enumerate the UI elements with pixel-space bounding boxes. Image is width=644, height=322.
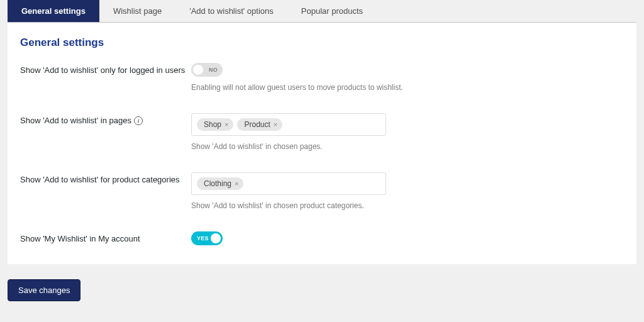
toggle-text: NO <box>209 67 218 73</box>
toggle-logged-in-only[interactable]: NO <box>191 63 223 77</box>
tab-add-to-wishlist-options[interactable]: 'Add to wishlist' options <box>175 0 287 22</box>
toggle-my-account[interactable]: YES <box>191 231 223 245</box>
tag-clothing: Clothing × <box>197 177 243 190</box>
tag-label: Shop <box>204 120 221 129</box>
help-categories: Show 'Add to wishlist' in chosen product… <box>191 201 405 210</box>
settings-panel: General settings Show 'Add to wishlist' … <box>8 23 636 264</box>
info-icon[interactable]: i <box>134 116 143 125</box>
tag-label: Product <box>244 120 270 129</box>
panel-title: General settings <box>20 36 624 49</box>
tag-remove-icon[interactable]: × <box>274 121 277 128</box>
label-logged-in-only: Show 'Add to wishlist' only for logged i… <box>20 63 191 75</box>
label-categories: Show 'Add to wishlist' for product categ… <box>20 172 191 184</box>
tag-remove-icon[interactable]: × <box>225 121 228 128</box>
categories-tag-input[interactable]: Clothing × <box>191 172 386 195</box>
help-logged-in-only: Enabling will not allow guest users to m… <box>191 83 405 92</box>
tag-label: Clothing <box>204 179 231 188</box>
pages-tag-input[interactable]: Shop × Product × <box>191 113 386 136</box>
row-logged-in-only: Show 'Add to wishlist' only for logged i… <box>20 63 624 92</box>
row-pages: Show 'Add to wishlist' in pages i Shop ×… <box>20 113 624 151</box>
tag-remove-icon[interactable]: × <box>235 180 238 187</box>
tab-general-settings[interactable]: General settings <box>8 0 99 22</box>
label-my-account: Show 'My Wishlist' in My account <box>20 231 191 243</box>
row-categories: Show 'Add to wishlist' for product categ… <box>20 172 624 210</box>
save-changes-button[interactable]: Save changes <box>8 279 80 301</box>
tabs-nav: General settings Wishlist page 'Add to w… <box>8 0 636 23</box>
tag-product: Product × <box>237 118 282 131</box>
row-my-account: Show 'My Wishlist' in My account YES <box>20 231 624 245</box>
toggle-text: YES <box>197 235 209 242</box>
label-pages: Show 'Add to wishlist' in pages <box>20 116 131 125</box>
tag-shop: Shop × <box>197 118 233 131</box>
tab-wishlist-page[interactable]: Wishlist page <box>99 0 175 22</box>
help-pages: Show 'Add to wishlist' in chosen pages. <box>191 142 405 151</box>
tab-popular-products[interactable]: Popular products <box>287 0 377 22</box>
